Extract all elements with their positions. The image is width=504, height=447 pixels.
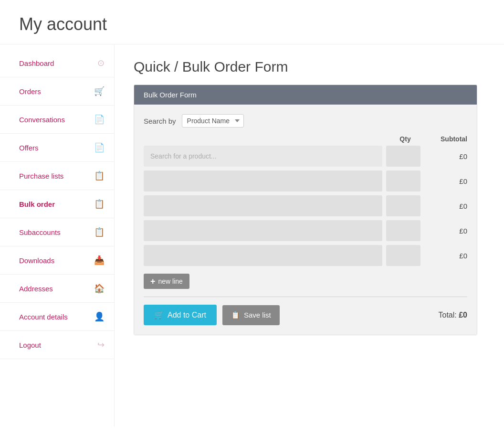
- sidebar-item-bulk-order[interactable]: Bulk order 📋: [0, 190, 114, 218]
- bulk-form-container: Bulk Order Form Search by Product Name S…: [134, 85, 477, 335]
- sidebar-item-conversations[interactable]: Conversations 📄: [0, 106, 114, 134]
- search-by-row: Search by Product Name SKU Barcode: [144, 114, 467, 128]
- total-display: Total: £0: [439, 311, 468, 319]
- qty-input-4[interactable]: [386, 220, 420, 241]
- sidebar-item-orders[interactable]: Orders 🛒: [0, 77, 114, 106]
- purchase-lists-icon: 📋: [94, 170, 105, 181]
- new-line-button[interactable]: + new line: [144, 274, 189, 289]
- new-line-label: new line: [158, 277, 183, 285]
- search-by-label: Search by: [144, 117, 176, 125]
- subtotal-5: £0: [424, 252, 467, 260]
- actions-row: 🛒 Add to Cart 📋 Save list Total: £0: [144, 305, 467, 325]
- product-input-5[interactable]: [144, 245, 382, 266]
- dashboard-icon: ⊙: [97, 58, 105, 68]
- subtotal-4: £0: [424, 227, 467, 235]
- qty-input-3[interactable]: [386, 195, 420, 216]
- plus-icon: +: [150, 277, 156, 286]
- save-list-button[interactable]: 📋 Save list: [222, 305, 280, 325]
- total-text: Total:: [439, 311, 457, 319]
- save-list-label: Save list: [244, 311, 271, 319]
- qty-input-5[interactable]: [386, 245, 420, 266]
- product-input-2[interactable]: [144, 170, 382, 192]
- logout-icon: ↪: [97, 340, 105, 350]
- qty-input-1[interactable]: [386, 146, 420, 167]
- subaccounts-icon: 📋: [94, 227, 105, 237]
- offers-icon: 📄: [94, 142, 105, 153]
- sidebar-item-logout[interactable]: Logout ↪: [0, 331, 114, 359]
- add-to-cart-label: Add to Cart: [168, 311, 206, 319]
- product-input-3[interactable]: [144, 195, 382, 216]
- subtotal-3: £0: [424, 202, 467, 210]
- orders-icon: 🛒: [94, 86, 105, 96]
- cart-icon: 🛒: [154, 310, 164, 319]
- section-title: Quick / Bulk Order Form: [134, 59, 485, 75]
- save-list-icon: 📋: [231, 311, 240, 319]
- sidebar-item-subaccounts[interactable]: Subaccounts 📋: [0, 218, 114, 246]
- bulk-form-body: Search by Product Name SKU Barcode Qty S…: [134, 105, 477, 335]
- divider: [144, 297, 467, 297]
- add-to-cart-button[interactable]: 🛒 Add to Cart: [144, 305, 217, 325]
- conversations-icon: 📄: [94, 114, 105, 125]
- bulk-form-header: Bulk Order Form: [134, 85, 477, 105]
- sidebar-item-addresses[interactable]: Addresses 🏠: [0, 275, 114, 303]
- order-row-1: £0: [144, 146, 467, 167]
- col-qty-header: Qty: [386, 135, 424, 143]
- sidebar-item-account-details[interactable]: Account details 👤: [0, 303, 114, 331]
- sidebar-item-downloads[interactable]: Downloads 📥: [0, 246, 114, 275]
- sidebar-item-offers[interactable]: Offers 📄: [0, 134, 114, 162]
- account-details-icon: 👤: [94, 311, 105, 322]
- col-subtotal-header: Subtotal: [424, 135, 467, 143]
- product-input-4[interactable]: [144, 220, 382, 241]
- main-content: Quick / Bulk Order Form Bulk Order Form …: [115, 44, 504, 426]
- subtotal-1: £0: [424, 152, 467, 160]
- order-row-5: £0: [144, 245, 467, 266]
- column-headers: Qty Subtotal: [144, 135, 467, 143]
- page-title: My account: [0, 0, 504, 44]
- sidebar-item-purchase-lists[interactable]: Purchase lists 📋: [0, 162, 114, 190]
- sidebar: Dashboard ⊙ Orders 🛒 Conversations 📄 Off…: [0, 44, 115, 426]
- addresses-icon: 🏠: [94, 283, 105, 294]
- order-row-2: £0: [144, 170, 467, 192]
- bulk-order-icon: 📋: [94, 199, 105, 209]
- sidebar-item-dashboard[interactable]: Dashboard ⊙: [0, 49, 114, 77]
- order-row-4: £0: [144, 220, 467, 241]
- total-value: £0: [459, 311, 467, 319]
- order-row-3: £0: [144, 195, 467, 216]
- subtotal-2: £0: [424, 177, 467, 185]
- product-search-input[interactable]: [144, 146, 382, 167]
- qty-input-2[interactable]: [386, 170, 420, 192]
- search-by-select[interactable]: Product Name SKU Barcode: [182, 114, 244, 128]
- downloads-icon: 📥: [94, 255, 105, 266]
